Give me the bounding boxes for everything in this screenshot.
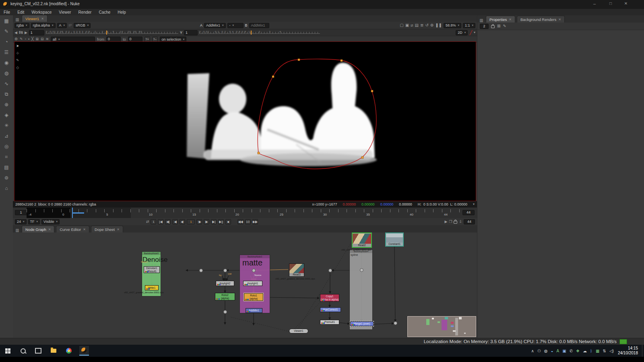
range-out[interactable]: 44	[462, 210, 475, 215]
pane-menu-icon[interactable]: ▥	[14, 18, 20, 22]
toolbar-time-icon[interactable]: ◔	[0, 39, 13, 44]
backdrop-spline[interactable]: BackdropNode4 spline	[349, 249, 373, 330]
skip-back-button[interactable]: ◀◀	[237, 219, 243, 224]
gain-slider-icon[interactable]: ▢	[400, 23, 403, 27]
download-icon[interactable]: ⇩	[459, 220, 462, 224]
wipe-mode-select[interactable]: -	[227, 23, 244, 28]
tray-app3-icon[interactable]: ▣	[562, 349, 566, 353]
prev-frame-button[interactable]: ◀	[172, 219, 178, 224]
node-premult1[interactable]: Premult1	[320, 320, 339, 325]
wire-dot[interactable]	[360, 268, 363, 272]
node-constant1[interactable]: Constant1	[385, 232, 404, 247]
toolbar-particles-icon[interactable]: ✳	[0, 123, 13, 128]
wire-dot[interactable]	[394, 321, 397, 325]
gain-value[interactable]: 1	[29, 30, 44, 35]
toolbar-views-icon[interactable]: ◎	[0, 144, 13, 149]
toolbar-deep-icon[interactable]: ⊿	[0, 134, 13, 138]
nuke-taskbar-icon[interactable]	[79, 346, 89, 356]
ip-toggle[interactable]: IP	[68, 23, 72, 27]
tray-skype-icon[interactable]: ◒	[551, 349, 553, 353]
input-select[interactable]: A	[57, 23, 67, 28]
timeline-ruler[interactable]: 1 -4 0 5 10 15 20 25 30 35 40 44 44	[13, 208, 477, 218]
menu-help[interactable]: Help	[114, 9, 130, 15]
wipe-icon[interactable]: ⧄	[411, 23, 413, 27]
node-read3[interactable]: Read3	[289, 263, 304, 277]
task-view-icon[interactable]	[33, 346, 43, 356]
tray-bluetooth-icon[interactable]: ᛒ	[590, 349, 592, 353]
toolbar-transform-icon[interactable]: ⊕	[0, 102, 13, 107]
lut-select[interactable]: sRGB	[74, 23, 91, 28]
visible-select[interactable]: Visible	[41, 219, 60, 224]
roto-key-icon[interactable]: ✎	[20, 37, 23, 41]
tray-onedrive-icon[interactable]: ☁	[583, 349, 587, 353]
close-tab-icon[interactable]: ✕	[48, 228, 51, 231]
localization-indicator[interactable]	[619, 339, 627, 344]
node-roto2[interactable]: Roto2(alpha)	[215, 293, 235, 300]
range-out-2[interactable]: 44	[464, 219, 475, 224]
input-a-node[interactable]: AddMix1	[204, 23, 226, 28]
input-b-node[interactable]: AddMix1	[249, 23, 269, 28]
refresh-icon[interactable]: ↺	[425, 23, 428, 27]
chrome-icon[interactable]	[64, 346, 74, 356]
node-huecorrect1[interactable]: HueCorrect1	[320, 307, 341, 312]
skip-fwd-button[interactable]: ▶▶	[252, 219, 258, 224]
node-write1[interactable]: Write1	[145, 285, 159, 290]
wipe-handle-icon[interactable]: ╱	[469, 30, 472, 35]
node-copy1[interactable]: Copy1(alpha in alpha)	[320, 294, 339, 302]
search-icon[interactable]	[18, 346, 28, 356]
stop-button[interactable]: ■	[225, 219, 231, 224]
channel-select[interactable]: rgba.alpha	[31, 23, 56, 28]
toolbar-keyer-icon[interactable]: ∿	[0, 81, 13, 86]
info-collapse-icon[interactable]: ▾	[473, 203, 475, 206]
toolbar-help-icon[interactable]: ⌂	[0, 186, 13, 191]
node-read2[interactable]: Read2	[352, 232, 372, 248]
pause-icon[interactable]: ❚❚	[435, 23, 442, 27]
toolbar-3d-icon[interactable]: ◈	[0, 113, 13, 117]
loop-mode-icon[interactable]: ⇄	[146, 220, 149, 224]
curve-editor-tab[interactable]: Curve Editor✕	[56, 226, 89, 232]
panel-count[interactable]: 2	[480, 24, 489, 29]
zoom-select[interactable]: 58.8%	[444, 23, 461, 28]
toolbar-channel-icon[interactable]: ☰	[0, 50, 13, 55]
node-graph-minimap[interactable]	[407, 316, 476, 337]
file-explorer-icon[interactable]	[49, 346, 58, 356]
node-graph-tab[interactable]: Node Graph✕	[22, 226, 54, 232]
frame-increment[interactable]: 1	[151, 219, 156, 224]
roi-icon[interactable]: ⊕	[430, 23, 433, 27]
properties-tab[interactable]: Properties✕	[486, 16, 515, 23]
close-button[interactable]: ✕	[620, 2, 632, 6]
roto-tool2-icon[interactable]: ▪	[28, 37, 29, 41]
menu-workspace[interactable]: Workspace	[28, 9, 55, 15]
skip-value[interactable]: 10	[245, 219, 251, 224]
pane-menu-icon[interactable]: ▥	[14, 228, 20, 232]
close-tab-icon[interactable]: ✕	[558, 18, 561, 21]
roto-tool5-icon[interactable]: ⊟	[41, 37, 44, 41]
node-graph-canvas[interactable]: BackdropNode5 Denoise BackdropNode3 matt…	[13, 232, 477, 338]
dope-sheet-tab[interactable]: Dope Sheet✕	[91, 226, 123, 232]
next-frame-button[interactable]: ▶	[204, 219, 209, 224]
menu-render[interactable]: Render	[75, 9, 95, 15]
tray-volume-icon[interactable]: ◁)	[609, 349, 614, 353]
proxy-select[interactable]: 1:1	[463, 23, 475, 28]
taskbar-clock[interactable]: 14:15 24/10/2018	[618, 346, 638, 356]
viewer-tab[interactable]: Viewer1✕	[22, 15, 47, 22]
node-keylight1[interactable]: Keylight1	[243, 281, 262, 286]
pen-tool-icon[interactable]: ✎	[16, 59, 19, 62]
gain-slider[interactable]: 0 0.01 0.05 0.1 0.2 0.3 0.5 1 2 3 5 10 2…	[46, 31, 178, 35]
fstop-prev-icon[interactable]: ◀	[14, 31, 17, 35]
guides-icon[interactable]: ≣	[420, 23, 423, 27]
fps-select[interactable]: 24	[15, 219, 27, 224]
gamma-slider[interactable]: 0 0.01 0.1 0.2 0.4 0.6 0.8 1 2 3 4	[199, 31, 320, 35]
tray-network-icon[interactable]: ⇅	[603, 349, 606, 353]
goto-start-button[interactable]: |◀	[158, 219, 163, 224]
point-tool-icon[interactable]: ⊹	[16, 51, 19, 55]
pane-menu-icon[interactable]: ▥	[479, 19, 484, 23]
range-in[interactable]: 1	[15, 210, 27, 215]
goto-end-button[interactable]: ▶||	[218, 219, 224, 224]
roto-settings-icon[interactable]: ⚙	[14, 37, 18, 41]
gamma-value[interactable]: 1	[184, 30, 198, 35]
checkerboard-icon[interactable]: ▤	[415, 23, 419, 27]
tray-expand-icon[interactable]: ∧	[531, 349, 534, 353]
tray-phone-icon[interactable]: ✆	[570, 349, 573, 353]
toolbar-color-icon[interactable]: ◉	[0, 60, 13, 65]
